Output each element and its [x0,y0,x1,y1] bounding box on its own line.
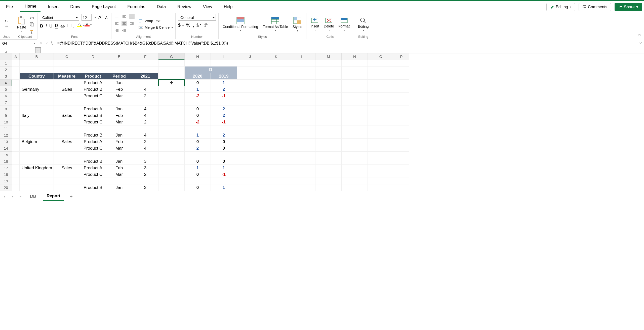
merge-center-button[interactable]: Merge & Centre ▾ [139,25,173,29]
cell-E14[interactable]: Mar [106,145,132,152]
cell-N8[interactable] [342,106,368,112]
cell-H18[interactable]: 0 [185,171,211,178]
cell-G8[interactable] [158,106,185,112]
cell-G6[interactable] [158,93,185,99]
cell-B19[interactable] [20,178,54,184]
cell-D4[interactable]: Product A [80,80,106,86]
cell-A5[interactable] [12,86,20,93]
tab-page-layout[interactable]: Page Layout [88,2,120,12]
share-button[interactable]: Share ▾ [615,3,642,11]
cell-O18[interactable] [368,171,394,178]
row-header-1[interactable]: 1 [0,60,12,67]
cell-C18[interactable] [54,171,80,178]
cell-J15[interactable] [237,152,263,158]
cell-K9[interactable] [263,112,289,119]
align-middle-button[interactable] [122,14,127,19]
tab-help[interactable]: Help [220,2,236,12]
cell-B20[interactable] [20,184,54,191]
cell-C17[interactable]: Sales [54,165,80,171]
increase-decimal-button[interactable]: .0.00 [196,23,202,28]
outline-level-1[interactable]: 1 [5,48,7,50]
cell-O8[interactable] [368,106,394,112]
cell-P11[interactable] [394,125,409,132]
col-header-F[interactable]: F [132,53,158,60]
cell-A15[interactable] [12,152,20,158]
cell-A10[interactable] [12,119,20,125]
cell-J7[interactable] [237,99,263,106]
cell-G19[interactable] [158,178,185,184]
cell-F6[interactable]: 2 [132,93,158,99]
all-sheets-button[interactable]: ≡ [18,193,23,200]
col-header-O[interactable]: O [368,53,394,60]
cell-M19[interactable] [315,178,342,184]
cell-C14[interactable] [54,145,80,152]
formula-input[interactable] [56,41,636,46]
cell-E7[interactable] [106,99,132,106]
cell-J17[interactable] [237,165,263,171]
tab-draw[interactable]: Draw [66,2,84,12]
cell-J1[interactable] [237,60,263,67]
cell-G1[interactable] [158,60,185,67]
bold-button[interactable]: B [40,24,43,29]
cell-F8[interactable]: 4 [132,106,158,112]
cell-A6[interactable] [12,93,20,99]
col-header-E[interactable]: E [106,53,132,60]
cell-O11[interactable] [368,125,394,132]
col-header-N[interactable]: N [342,53,368,60]
cell-B18[interactable] [20,171,54,178]
cell-N6[interactable] [342,93,368,99]
cell-H14[interactable]: 2 [185,145,211,152]
cell-N9[interactable] [342,112,368,119]
cell-I18[interactable]: -1 [211,171,237,178]
format-painter-button[interactable] [29,29,35,34]
cell-P13[interactable] [394,139,409,145]
cell-F10[interactable]: 2 [132,119,158,125]
cell-K16[interactable] [263,158,289,165]
cell-A4[interactable] [12,80,20,86]
cell-H19[interactable] [185,178,211,184]
cell-F1[interactable] [132,60,158,67]
double-underline-button[interactable]: D [55,23,58,29]
align-center-button[interactable] [122,21,127,26]
cell-O9[interactable] [368,112,394,119]
cell-L9[interactable] [289,112,315,119]
cell-D16[interactable]: Product B [80,158,106,165]
cell-H1[interactable] [185,60,211,67]
cell-G10[interactable] [158,119,185,125]
cell-P3[interactable] [394,73,409,80]
cell-G4[interactable] [158,80,185,86]
cell-K6[interactable] [263,93,289,99]
cell-K4[interactable] [263,80,289,86]
row-header-17[interactable]: 17 [0,165,12,171]
cell-N14[interactable] [342,145,368,152]
cell-L15[interactable] [289,152,315,158]
cell-H12[interactable]: 1 [185,132,211,139]
percent-format-button[interactable]: % [186,23,190,28]
cell-K1[interactable] [263,60,289,67]
select-all-corner[interactable] [0,53,12,60]
cell-K20[interactable] [263,184,289,191]
col-header-J[interactable]: J [237,53,263,60]
sheet-nav-next[interactable]: › [10,193,15,200]
cell-H13[interactable]: 0 [185,139,211,145]
cell-N18[interactable] [342,171,368,178]
cell-N2[interactable] [342,67,368,73]
accounting-format-button[interactable]: $ ▾ [178,23,184,28]
cell-L10[interactable] [289,119,315,125]
align-bottom-button[interactable] [129,14,135,19]
tab-review[interactable]: Review [173,2,195,12]
cell-B11[interactable] [20,125,54,132]
cell-C13[interactable]: Sales [54,139,80,145]
cell-D20[interactable]: Product B [80,184,106,191]
cell-J8[interactable] [237,106,263,112]
cell-M15[interactable] [315,152,342,158]
cell-M18[interactable] [315,171,342,178]
cell-I8[interactable]: 2 [211,106,237,112]
cell-P17[interactable] [394,165,409,171]
cell-styles-button[interactable]: Styles ▾ [291,16,304,32]
cell-H4[interactable]: 0 [185,80,211,86]
cell-A3[interactable] [12,73,20,80]
cell-I11[interactable] [211,125,237,132]
cell-K2[interactable] [263,67,289,73]
cell-H10[interactable]: -2 [185,119,211,125]
